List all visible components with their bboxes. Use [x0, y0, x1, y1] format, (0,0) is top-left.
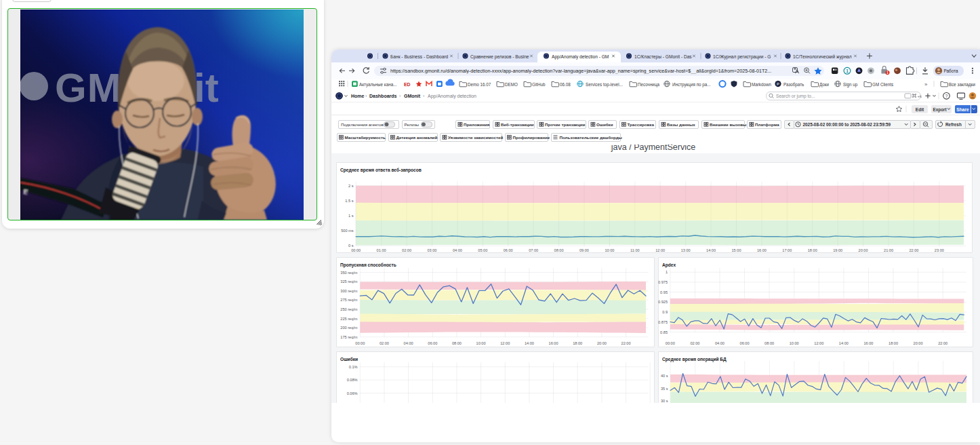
svg-text:02:00: 02:00: [402, 248, 411, 252]
svg-text:04:00: 04:00: [452, 248, 462, 252]
svg-text:0 s: 0 s: [348, 244, 354, 248]
svg-text:22:00: 22:00: [909, 248, 918, 252]
svg-text:02:00: 02:00: [379, 341, 388, 345]
svg-text:17:00: 17:00: [782, 248, 792, 252]
svg-text:21:00: 21:00: [884, 248, 893, 252]
svg-text:0.06%: 0.06%: [346, 391, 357, 395]
svg-text:06:00: 06:00: [739, 341, 749, 345]
svg-text:04:00: 04:00: [714, 341, 724, 345]
svg-text:13:00: 13:00: [680, 248, 690, 252]
svg-text:10:00: 10:00: [789, 341, 798, 345]
svg-text:10:00: 10:00: [476, 341, 485, 345]
svg-text:35 s: 35 s: [660, 386, 668, 390]
svg-text:16:00: 16:00: [548, 341, 558, 345]
svg-text:16:00: 16:00: [863, 341, 873, 345]
svg-text:500 ms: 500 ms: [341, 229, 354, 233]
svg-text:04:00: 04:00: [403, 341, 413, 345]
svg-text:05:00: 05:00: [478, 248, 487, 252]
svg-text:1.5 s: 1.5 s: [345, 199, 353, 203]
svg-text:20:00: 20:00: [913, 341, 922, 345]
svg-text:15:00: 15:00: [731, 248, 741, 252]
svg-text:03:00: 03:00: [427, 248, 436, 252]
svg-text:0.9: 0.9: [662, 310, 668, 314]
svg-text:00:00: 00:00: [665, 341, 674, 345]
svg-text:350 req/m: 350 req/m: [340, 270, 358, 274]
svg-text:0.08%: 0.08%: [346, 378, 357, 382]
svg-text:18:00: 18:00: [573, 341, 582, 345]
svg-text:250 req/m: 250 req/m: [340, 307, 358, 311]
svg-text:2 s: 2 s: [348, 184, 354, 188]
svg-text:22:00: 22:00: [621, 341, 630, 345]
svg-text:11:00: 11:00: [630, 248, 640, 252]
svg-text:20:00: 20:00: [596, 341, 606, 345]
svg-text:0.85: 0.85: [660, 330, 668, 334]
svg-text:1 s: 1 s: [348, 214, 354, 218]
svg-text:08:00: 08:00: [554, 248, 563, 252]
svg-text:GM: GM: [55, 65, 122, 111]
svg-text:12:00: 12:00: [500, 341, 510, 345]
svg-text:200 req/m: 200 req/m: [340, 326, 358, 330]
svg-text:10:00: 10:00: [605, 248, 614, 252]
svg-text:01:00: 01:00: [376, 248, 386, 252]
svg-text:20:00: 20:00: [858, 248, 867, 252]
svg-text:0.925: 0.925: [658, 300, 668, 304]
svg-text:19:00: 19:00: [833, 248, 842, 252]
svg-text:08:00: 08:00: [451, 341, 461, 345]
svg-text:14:00: 14:00: [838, 341, 848, 345]
svg-text:18:00: 18:00: [889, 341, 898, 345]
svg-text:12:00: 12:00: [655, 248, 665, 252]
svg-text:300 req/m: 300 req/m: [340, 288, 358, 292]
svg-text:07:00: 07:00: [529, 248, 538, 252]
svg-text:0.875: 0.875: [658, 320, 668, 324]
svg-text:225 req/m: 225 req/m: [340, 316, 358, 320]
svg-text:22:00: 22:00: [938, 341, 947, 345]
svg-text:30 s: 30 s: [660, 399, 668, 403]
svg-text:16:00: 16:00: [756, 248, 766, 252]
svg-text:325 req/m: 325 req/m: [340, 279, 358, 284]
svg-text:275 req/m: 275 req/m: [340, 298, 358, 302]
svg-text:23:00: 23:00: [934, 248, 943, 252]
svg-text:40 s: 40 s: [660, 374, 668, 378]
svg-text:1: 1: [665, 270, 667, 274]
svg-text:00:00: 00:00: [351, 248, 361, 252]
svg-text:09:00: 09:00: [579, 248, 588, 252]
svg-text:175 req/m: 175 req/m: [340, 334, 358, 338]
svg-text:it: it: [194, 65, 219, 111]
svg-text:08:00: 08:00: [764, 341, 774, 345]
svg-text:12:00: 12:00: [814, 341, 823, 345]
svg-text:06:00: 06:00: [503, 248, 512, 252]
svg-text:0.1%: 0.1%: [348, 364, 357, 368]
svg-text:06:00: 06:00: [428, 341, 437, 345]
svg-text:0.95: 0.95: [660, 290, 668, 294]
svg-text:02:00: 02:00: [690, 341, 699, 345]
svg-text:0.975: 0.975: [658, 279, 668, 284]
svg-text:14:00: 14:00: [706, 248, 716, 252]
svg-text:14:00: 14:00: [524, 341, 533, 345]
svg-text:18:00: 18:00: [807, 248, 817, 252]
svg-text:00:00: 00:00: [355, 341, 365, 345]
